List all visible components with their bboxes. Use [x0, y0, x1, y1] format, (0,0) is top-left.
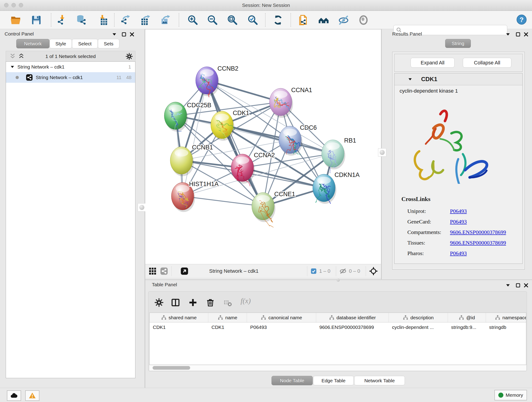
tab-network[interactable]: Network [16, 39, 50, 48]
gene-collapse-icon[interactable] [407, 77, 413, 82]
hidden-nodes-icon[interactable] [339, 268, 347, 275]
table-cell: stringdb [486, 322, 526, 332]
hide-unhide-button[interactable] [338, 15, 349, 26]
selected-nodes-checkbox[interactable] [310, 268, 317, 274]
column-header-database-identifier[interactable]: database identifier [316, 313, 389, 322]
memory-button[interactable]: Memory [494, 390, 527, 400]
tab-network-table[interactable]: Network Table [354, 376, 405, 385]
results-panel-menu-button[interactable] [505, 32, 511, 37]
control-panel-close-button[interactable] [129, 32, 135, 37]
collection-expand-icon[interactable] [10, 64, 15, 70]
table-panel-close-button[interactable] [523, 282, 529, 288]
delete-column-button[interactable] [206, 298, 215, 307]
zoom-window-button[interactable] [19, 3, 23, 7]
column-header-namespace[interactable]: namespace [486, 313, 526, 322]
create-column-button[interactable] [188, 298, 197, 307]
results-panel-float-button[interactable] [515, 32, 521, 37]
tab-style[interactable]: Style [50, 39, 72, 48]
zoom-fit-button[interactable] [227, 15, 238, 26]
minimize-window-button[interactable] [12, 3, 16, 7]
table-options-gear-icon[interactable] [154, 298, 164, 307]
tab-node-table[interactable]: Node Table [272, 376, 313, 385]
memory-status-dot [498, 393, 503, 398]
horizontal-splitter-handle[interactable] [336, 278, 340, 282]
network-node[interactable] [279, 126, 302, 156]
network-row[interactable]: String Network – cdk1 11 48 [6, 72, 135, 83]
hierarchy-icon [161, 315, 167, 320]
network-options-gear-icon[interactable] [126, 53, 133, 60]
network-node-count: 11 [116, 75, 121, 80]
show-columns-button[interactable] [171, 298, 180, 307]
table-horizontal-scrollbar[interactable] [149, 365, 526, 370]
crosslink-label: Pharos: [407, 250, 450, 256]
scrollbar-thumb[interactable] [152, 366, 190, 370]
network-node[interactable] [211, 111, 234, 141]
column-header--id[interactable]: @id [448, 313, 486, 322]
network-collection-row[interactable]: String Network – cdk1 1 [6, 62, 135, 72]
crosslink-link[interactable]: 9606.ENSP00000378699 [450, 240, 506, 246]
control-panel-menu-button[interactable] [111, 32, 117, 37]
birds-eye-view-icon[interactable] [148, 267, 157, 275]
svg-text:?: ? [520, 16, 524, 23]
detach-view-button[interactable] [180, 267, 189, 275]
network-canvas[interactable]: CCNB2CCNA1CDC25BCDK1CDC6RB1CCNB1CCNA2CDK… [145, 30, 381, 264]
import-network-database-button[interactable] [76, 15, 87, 26]
export-table-button[interactable] [141, 15, 152, 26]
open-session-button[interactable] [10, 15, 21, 26]
zoom-out-button[interactable] [207, 15, 218, 26]
network-node[interactable] [252, 192, 275, 227]
network-node[interactable] [313, 174, 336, 204]
column-header-description[interactable]: description [389, 313, 448, 322]
export-network-button[interactable] [120, 15, 131, 26]
table-panel-float-button[interactable] [515, 282, 521, 288]
node-label: CDC6 [300, 124, 317, 131]
import-table-button[interactable] [97, 15, 108, 26]
control-panel-float-button[interactable] [121, 32, 127, 37]
results-panel-close-button[interactable] [523, 32, 529, 37]
import-network-file-button[interactable] [57, 15, 68, 26]
column-header-shared-name[interactable]: shared name [150, 313, 208, 322]
zoom-in-button[interactable] [187, 15, 198, 26]
help-button[interactable]: ? [516, 14, 527, 25]
network-node[interactable] [170, 147, 194, 176]
close-window-button[interactable] [4, 3, 8, 7]
hidden-counter: 0 – 0 [349, 268, 360, 274]
right-splitter-handle[interactable] [378, 148, 386, 157]
crosslink-link[interactable]: P06493 [450, 208, 467, 214]
network-node[interactable] [269, 88, 293, 118]
table-panel-title: Table Panel [152, 282, 177, 287]
network-node[interactable] [196, 67, 219, 97]
table-row[interactable]: CDK1CDK1P064939606.ENSP00000378699cyclin… [150, 322, 526, 332]
string-network-icon [26, 74, 33, 81]
table-panel-splitter[interactable] [145, 279, 532, 280]
tab-sets[interactable]: Sets [98, 39, 119, 48]
node-label: CCNB2 [217, 65, 239, 72]
network-node[interactable] [322, 140, 345, 173]
crosslink-link[interactable]: P06493 [450, 219, 467, 225]
column-header-name[interactable]: name [208, 313, 247, 322]
table-panel-menu-button[interactable] [505, 282, 511, 288]
string-document-button[interactable] [298, 15, 308, 26]
network-edge[interactable] [183, 153, 333, 196]
tab-select[interactable]: Select [72, 39, 98, 48]
zoom-selected-button[interactable] [247, 15, 258, 26]
gene-section-header[interactable]: CDK1 [394, 73, 522, 85]
cloud-button[interactable] [7, 390, 21, 401]
column-header-canonical-name[interactable]: canonical name [247, 313, 316, 322]
collapse-all-button[interactable]: Collapse All [463, 58, 511, 68]
left-splitter-handle[interactable] [138, 203, 146, 211]
tab-edge-table[interactable]: Edge Table [313, 376, 354, 385]
expand-all-button[interactable]: Expand All [411, 58, 455, 68]
warning-button[interactable] [25, 390, 39, 401]
fit-selected-icon[interactable] [369, 267, 378, 275]
network-view-toolbar: String Network – cdk1 1 – 0 0 – 0 [145, 264, 381, 278]
network-edge[interactable] [183, 80, 207, 196]
tab-string[interactable]: String [445, 39, 471, 48]
save-session-button[interactable] [31, 15, 42, 26]
crosslink-link[interactable]: P06493 [450, 250, 467, 256]
crosslink-link[interactable]: 9606.ENSP00000378699 [450, 229, 506, 235]
refresh-layout-button[interactable] [273, 15, 283, 26]
string-home-button[interactable] [318, 15, 329, 26]
network-overview-icon[interactable] [160, 267, 168, 275]
export-image-button[interactable] [161, 15, 171, 26]
